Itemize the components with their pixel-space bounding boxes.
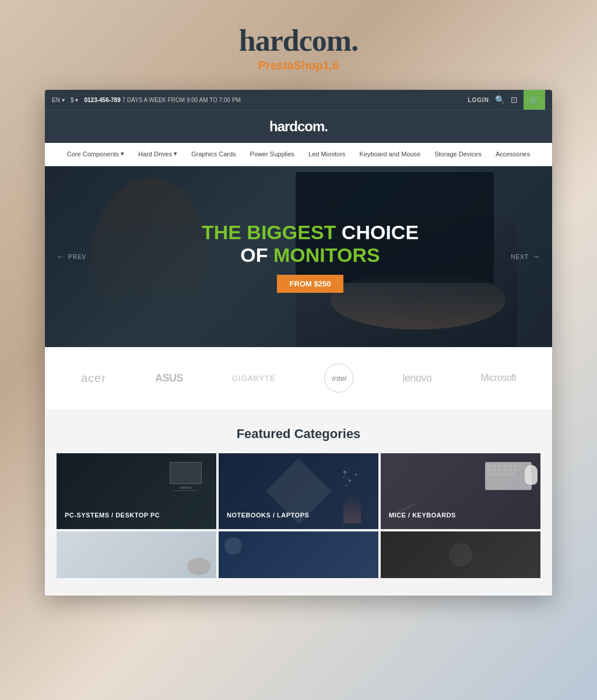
brand-lenovo[interactable]: lenovo — [402, 372, 431, 384]
search-icon[interactable]: 🔍 — [495, 95, 505, 104]
hero-green-text: THE BIGGEST — [202, 221, 336, 243]
category-mice-keyboards-label: MICE / KEYBOARDS — [389, 512, 456, 519]
nav-graphics-cards[interactable]: Graphics Cards — [184, 143, 243, 166]
featured-title: Featured Categories — [57, 426, 540, 442]
next-arrow-icon: → — [532, 252, 540, 261]
hero-headline-1: THE BIGGEST CHOICE — [202, 221, 419, 244]
nav-led-monitors-label: Led Monitors — [308, 150, 346, 158]
currency-text: $ — [71, 97, 74, 103]
category-mice-keyboards[interactable]: MICE / KEYBOARDS — [381, 453, 540, 529]
top-bar-left: EN ▾ $ ▾ 0123-456-789 7 DAYS A WEEK FROM… — [52, 97, 241, 103]
top-bar-right: LOGIN 🔍 ⊡ 🛒 — [468, 90, 545, 110]
category-pc-systems-label: PC-SYSTEMS / DESKTOP PC — [65, 512, 160, 519]
categories-grid: PC-SYSTEMS / DESKTOP PC — [57, 453, 540, 529]
category-row2-1[interactable] — [57, 531, 216, 578]
hero-white-text-2: OF — [240, 244, 273, 266]
nav-hard-drives-arrow: ▾ — [174, 150, 177, 158]
top-bar: EN ▾ $ ▾ 0123-456-789 7 DAYS A WEEK FROM… — [45, 90, 552, 110]
showcase-logo: hardcom. — [239, 23, 358, 58]
page-wrapper: hardcom. PrestaShop1.6 EN ▾ $ ▾ 0123-456… — [0, 0, 597, 596]
categories-grid-row2 — [57, 531, 540, 578]
slider-next-button[interactable]: NEXT → — [511, 252, 540, 261]
category-pc-systems[interactable]: PC-SYSTEMS / DESKTOP PC — [57, 453, 216, 529]
prev-label: PREV — [68, 254, 86, 260]
nav-accessories[interactable]: Accessories — [489, 143, 537, 166]
category-row2-2[interactable] — [219, 531, 378, 578]
category-notebooks-label: NOTEBOOKS / LAPTOPS — [227, 512, 309, 519]
nav-accessories-label: Accessories — [496, 150, 530, 158]
currency-selector[interactable]: $ ▾ — [71, 97, 79, 103]
nav-storage-devices[interactable]: Storage Devices — [427, 143, 489, 166]
currency-arrow-icon: ▾ — [75, 97, 78, 103]
category-row2-3[interactable] — [381, 531, 540, 578]
phone-number: 0123-456-789 — [84, 97, 120, 103]
hero-slider: THE BIGGEST CHOICE OF MONITORS FROM $250… — [45, 166, 552, 347]
lang-arrow-icon: ▾ — [62, 97, 65, 103]
nav-keyboard-mouse[interactable]: Keyboard and Mouse — [353, 143, 428, 166]
nav-hard-drives[interactable]: Hard Drives ▾ — [131, 143, 184, 166]
cart-button[interactable]: 🛒 — [524, 90, 545, 110]
brand-gigabyte[interactable]: GIGABYTE — [232, 374, 275, 383]
prev-arrow-icon: ← — [57, 252, 65, 261]
slider-prev-button[interactable]: ← PREV — [57, 252, 86, 261]
nav-core-components[interactable]: Core Components ▾ — [60, 143, 131, 166]
featured-section: Featured Categories PC-SYSTEMS / DESKTOP… — [45, 409, 552, 596]
login-button[interactable]: LOGIN — [468, 97, 489, 103]
brand-acer[interactable]: acer — [81, 372, 106, 385]
nav-hard-drives-label: Hard Drives — [138, 150, 172, 158]
hero-cta-button[interactable]: FROM $250 — [277, 275, 344, 293]
showcase-logo-section: hardcom. PrestaShop1.6 — [239, 23, 358, 72]
nav-core-components-arrow: ▾ — [121, 150, 124, 158]
main-navigation: Core Components ▾ Hard Drives ▾ Graphics… — [45, 143, 552, 166]
intel-label: intel — [332, 374, 346, 383]
hero-monitors-text: MONITORS — [273, 244, 380, 266]
site-header: hardcom. — [45, 110, 552, 143]
nav-power-supplies-label: Power Supplies — [250, 150, 294, 158]
site-logo[interactable]: hardcom. — [45, 118, 552, 135]
nav-storage-devices-label: Storage Devices — [434, 150, 482, 158]
hero-content: THE BIGGEST CHOICE OF MONITORS FROM $250 — [178, 221, 419, 293]
browser-frame: EN ▾ $ ▾ 0123-456-789 7 DAYS A WEEK FROM… — [45, 90, 552, 596]
wishlist-icon[interactable]: ⊡ — [511, 95, 518, 104]
nav-graphics-cards-label: Graphics Cards — [191, 150, 236, 158]
brand-intel[interactable]: intel — [324, 363, 353, 393]
category-notebooks[interactable]: NOTEBOOKS / LAPTOPS — [219, 453, 378, 529]
hero-headline-2: OF MONITORS — [202, 244, 419, 267]
phone-info: 0123-456-789 7 DAYS A WEEK FROM 9:00 AM … — [84, 97, 240, 103]
brand-microsoft[interactable]: Microsoft — [481, 373, 516, 383]
nav-core-components-label: Core Components — [67, 150, 119, 158]
brand-asus[interactable]: ASUS — [155, 372, 183, 384]
next-label: NEXT — [511, 254, 529, 260]
nav-keyboard-mouse-label: Keyboard and Mouse — [360, 150, 421, 158]
showcase-subtitle: PrestaShop1.6 — [239, 59, 358, 72]
nav-led-monitors[interactable]: Led Monitors — [301, 143, 353, 166]
language-selector[interactable]: EN ▾ — [52, 97, 65, 103]
lang-text: EN — [52, 97, 60, 103]
nav-power-supplies[interactable]: Power Supplies — [243, 143, 301, 166]
phone-hours: 7 DAYS A WEEK FROM 9:00 AM TO 7:00 PM — [122, 97, 241, 103]
brands-bar: acer ASUS GIGABYTE intel lenovo Microsof… — [45, 347, 552, 409]
hero-white-text-1: CHOICE — [342, 221, 419, 243]
